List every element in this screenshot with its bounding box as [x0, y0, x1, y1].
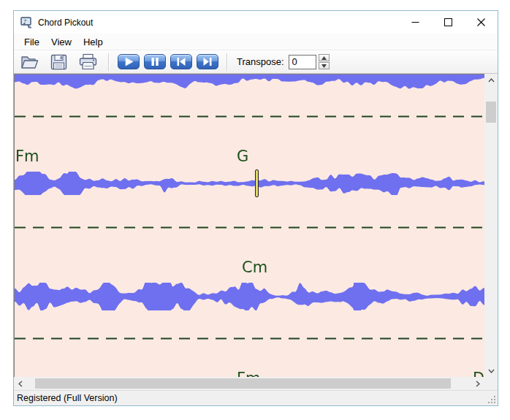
save-button[interactable]: [46, 52, 71, 72]
scroll-right-button[interactable]: [471, 377, 484, 390]
toolbar-separator: [227, 53, 228, 71]
chord-label[interactable]: D: [473, 370, 484, 377]
transpose-spinner: [289, 54, 330, 69]
chord-label[interactable]: G: [237, 148, 248, 166]
title-bar[interactable]: ♪ Chord Pickout: [14, 11, 498, 34]
scroll-left-button[interactable]: [14, 377, 27, 390]
resize-grip[interactable]: [487, 395, 496, 404]
waveform-canvas[interactable]: [15, 75, 484, 377]
chord-label[interactable]: Fm: [237, 370, 261, 377]
spin-up-icon: [321, 56, 327, 60]
skip-to-start-icon: [173, 56, 189, 67]
minimize-icon: [411, 18, 419, 26]
toolbar-separator: [108, 53, 110, 71]
chevron-left-icon: [18, 381, 23, 387]
pause-icon: [147, 56, 163, 67]
vertical-scroll-thumb[interactable]: [486, 102, 496, 123]
transpose-input[interactable]: [289, 55, 316, 69]
spin-down-icon: [321, 64, 327, 68]
skip-to-end-icon: [199, 56, 216, 67]
minimize-button[interactable]: [399, 11, 432, 34]
go-to-end-button[interactable]: [197, 54, 218, 69]
save-floppy-icon: [50, 53, 68, 71]
open-folder-icon: [20, 53, 39, 71]
toolbar: Transpose:: [14, 50, 498, 74]
maximize-button[interactable]: [432, 11, 465, 34]
print-button[interactable]: [75, 52, 100, 72]
svg-text:♪: ♪: [23, 18, 27, 25]
close-button[interactable]: [465, 11, 498, 34]
menu-bar: File View Help: [14, 34, 498, 50]
waveform-editor[interactable]: Fm G Cm Fm D: [14, 74, 484, 377]
close-icon: [477, 18, 485, 26]
menu-help[interactable]: Help: [77, 34, 109, 50]
horizontal-scrollbar[interactable]: [14, 377, 484, 390]
transpose-up-button[interactable]: [319, 54, 330, 61]
open-button[interactable]: [17, 52, 42, 72]
status-text: Registered (Full Version): [17, 393, 118, 403]
chevron-right-icon: [476, 381, 480, 387]
play-button[interactable]: [118, 54, 140, 69]
horizontal-scroll-thumb[interactable]: [35, 378, 451, 389]
printer-icon: [78, 53, 98, 71]
chord-label[interactable]: Cm: [242, 259, 267, 277]
maximize-icon: [444, 18, 452, 26]
scroll-down-button[interactable]: [484, 364, 498, 377]
transpose-label: Transpose:: [237, 56, 284, 67]
vertical-scrollbar[interactable]: [484, 74, 498, 377]
menu-view[interactable]: View: [45, 34, 77, 50]
play-icon: [121, 56, 137, 67]
window-title: Chord Pickout: [38, 18, 93, 28]
go-to-start-button[interactable]: [170, 54, 192, 69]
status-bar: Registered (Full Version): [14, 390, 498, 405]
scroll-up-button[interactable]: [484, 74, 498, 86]
playback-cursor[interactable]: [255, 169, 259, 197]
app-icon: ♪: [20, 17, 33, 28]
transpose-down-button[interactable]: [319, 62, 330, 69]
chord-label[interactable]: Fm: [15, 148, 39, 166]
app-window: ♪ Chord Pickout File: [13, 10, 498, 406]
scrollbar-corner: [484, 377, 498, 390]
pause-button[interactable]: [144, 54, 166, 69]
chevron-up-icon: [488, 78, 495, 83]
menu-file[interactable]: File: [18, 34, 45, 50]
chevron-down-icon: [488, 369, 495, 373]
